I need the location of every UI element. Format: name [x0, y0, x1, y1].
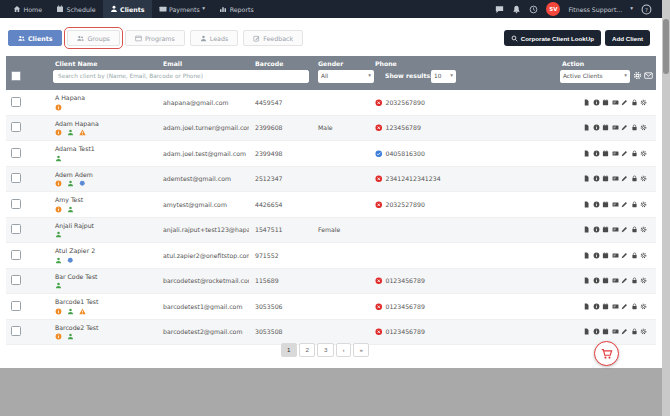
card-lines-action-icon[interactable]	[612, 201, 619, 208]
row-checkbox[interactable]	[11, 97, 21, 107]
calendar-action-icon[interactable]	[602, 175, 609, 182]
file-action-icon[interactable]	[583, 277, 590, 284]
calendar-action-icon[interactable]	[602, 150, 609, 157]
pencil-action-icon[interactable]	[621, 150, 628, 157]
client-status-select[interactable]: Active Clients ▾	[560, 70, 630, 83]
calendar-action-icon[interactable]	[602, 124, 609, 131]
lock-action-icon[interactable]	[631, 328, 638, 335]
info-action-icon[interactable]	[593, 201, 600, 208]
gear-action-icon[interactable]	[640, 150, 647, 157]
row-checkbox[interactable]	[11, 326, 21, 336]
gear-action-icon[interactable]	[640, 124, 647, 131]
calendar-action-icon[interactable]	[602, 277, 609, 284]
card-lines-action-icon[interactable]	[612, 150, 619, 157]
page-button-1[interactable]: 1	[281, 343, 297, 357]
file-action-icon[interactable]	[583, 252, 590, 259]
card-lines-action-icon[interactable]	[612, 277, 619, 284]
nav-item-home[interactable]: Home	[6, 0, 49, 18]
card-lines-action-icon[interactable]	[612, 328, 619, 335]
card-lines-action-icon[interactable]	[612, 226, 619, 233]
gear-action-icon[interactable]	[640, 175, 647, 182]
pencil-action-icon[interactable]	[621, 124, 628, 131]
calendar-action-icon[interactable]	[602, 328, 609, 335]
lock-action-icon[interactable]	[631, 226, 638, 233]
info-action-icon[interactable]	[593, 124, 600, 131]
info-action-icon[interactable]	[593, 175, 600, 182]
email-envelope-icon[interactable]	[644, 71, 653, 80]
file-action-icon[interactable]	[583, 150, 590, 157]
nav-item-reports[interactable]: Reports	[212, 0, 261, 18]
file-action-icon[interactable]	[583, 201, 590, 208]
settings-gear-icon[interactable]	[633, 71, 642, 80]
info-action-icon[interactable]	[593, 226, 600, 233]
clock-icon[interactable]	[529, 5, 538, 14]
lock-action-icon[interactable]	[631, 124, 638, 131]
tab-leads[interactable]: Leads	[190, 30, 238, 46]
bell-icon[interactable]	[512, 5, 521, 14]
corporate-client-lookup-button[interactable]: Corporate Client LookUp	[504, 30, 601, 46]
lock-action-icon[interactable]	[631, 252, 638, 259]
info-action-icon[interactable]	[593, 303, 600, 310]
calendar-action-icon[interactable]	[602, 99, 609, 106]
file-action-icon[interactable]	[583, 99, 590, 106]
file-action-icon[interactable]	[583, 328, 590, 335]
calendar-action-icon[interactable]	[602, 303, 609, 310]
lock-action-icon[interactable]	[631, 303, 638, 310]
row-checkbox[interactable]	[11, 250, 21, 260]
scrollbar-thumb[interactable]	[663, 19, 669, 74]
pencil-action-icon[interactable]	[621, 277, 628, 284]
page-button-3[interactable]: 3	[317, 343, 333, 357]
lock-action-icon[interactable]	[631, 175, 638, 182]
info-action-icon[interactable]	[593, 277, 600, 284]
card-lines-action-icon[interactable]	[612, 99, 619, 106]
show-results-select[interactable]: 10 ▾	[431, 70, 456, 83]
info-action-icon[interactable]	[593, 99, 600, 106]
tab-clients[interactable]: Clients	[8, 30, 62, 46]
gear-action-icon[interactable]	[640, 201, 647, 208]
row-checkbox[interactable]	[11, 275, 21, 285]
card-lines-action-icon[interactable]	[612, 252, 619, 259]
info-action-icon[interactable]	[593, 252, 600, 259]
row-checkbox[interactable]	[11, 122, 21, 132]
chat-icon[interactable]	[495, 5, 504, 14]
nav-item-schedule[interactable]: Schedule	[49, 0, 102, 18]
row-checkbox[interactable]	[11, 173, 21, 183]
card-lines-action-icon[interactable]	[612, 124, 619, 131]
info-action-icon[interactable]	[593, 150, 600, 157]
pencil-action-icon[interactable]	[621, 201, 628, 208]
lock-action-icon[interactable]	[631, 99, 638, 106]
lock-action-icon[interactable]	[631, 277, 638, 284]
lock-action-icon[interactable]	[631, 150, 638, 157]
gear-action-icon[interactable]	[640, 328, 647, 335]
page-last-button[interactable]: »	[353, 343, 369, 357]
file-action-icon[interactable]	[583, 175, 590, 182]
row-checkbox[interactable]	[11, 199, 21, 209]
gear-action-icon[interactable]	[640, 99, 647, 106]
lock-action-icon[interactable]	[631, 201, 638, 208]
row-checkbox[interactable]	[11, 224, 21, 234]
pencil-action-icon[interactable]	[621, 252, 628, 259]
gear-action-icon[interactable]	[640, 277, 647, 284]
tab-programs[interactable]: Programs	[125, 30, 185, 46]
tab-groups[interactable]: Groups	[67, 30, 119, 46]
info-action-icon[interactable]	[593, 328, 600, 335]
nav-item-payments[interactable]: Payments▾	[152, 0, 213, 18]
gear-action-icon[interactable]	[640, 252, 647, 259]
pencil-action-icon[interactable]	[621, 303, 628, 310]
page-button-2[interactable]: 2	[299, 343, 315, 357]
add-client-button[interactable]: Add Client	[605, 30, 650, 46]
row-checkbox[interactable]	[11, 301, 21, 311]
pencil-action-icon[interactable]	[621, 99, 628, 106]
calendar-action-icon[interactable]	[602, 226, 609, 233]
pencil-action-icon[interactable]	[621, 328, 628, 335]
tab-feedback[interactable]: Feedback	[243, 30, 303, 46]
gender-filter-select[interactable]: All ▾	[318, 70, 374, 83]
card-lines-action-icon[interactable]	[612, 175, 619, 182]
search-input[interactable]	[53, 70, 309, 83]
page-next-button[interactable]: ›	[336, 343, 351, 357]
row-checkbox[interactable]	[11, 148, 21, 158]
file-action-icon[interactable]	[583, 303, 590, 310]
cart-fab-button[interactable]	[594, 341, 619, 366]
file-action-icon[interactable]	[583, 124, 590, 131]
card-lines-action-icon[interactable]	[612, 303, 619, 310]
